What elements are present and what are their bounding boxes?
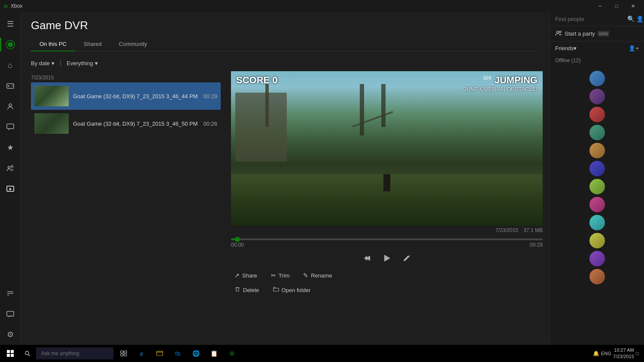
start-party-button[interactable]: Start a party beta: [550, 26, 644, 42]
clip-item[interactable]: Goat Game (32-bit, DX9) 7_23_2015 3_46_4…: [31, 82, 221, 110]
edge-icon[interactable]: e: [133, 345, 150, 362]
friend-avatar[interactable]: [589, 197, 605, 212]
video-jumping-text: JUMPING: [464, 75, 538, 86]
taskbar-clock: 10:27 AM 7/23/2015: [613, 347, 634, 360]
friend-avatar[interactable]: [589, 251, 605, 266]
share-icon: ↗: [234, 272, 240, 279]
friend-avatar[interactable]: [589, 161, 605, 176]
start-button[interactable]: [2, 345, 19, 362]
video-size: 37.1 MB: [523, 227, 543, 233]
beta-badge: beta: [598, 31, 609, 36]
friend-avatar[interactable]: [589, 107, 605, 122]
add-friend-icon[interactable]: 👤: [636, 15, 644, 22]
taskbar-icons: e 🛍 🌐 📋 ⊕: [115, 345, 240, 362]
sidebar-settings-icon[interactable]: ⚙: [0, 324, 21, 345]
trim-icon: ✂: [271, 272, 276, 279]
xbox-taskbar-icon[interactable]: ⊕: [223, 345, 240, 362]
progress-bar-container: 00:00 00:29: [231, 235, 543, 250]
notification-action-center[interactable]: □: [636, 350, 639, 356]
friend-avatar[interactable]: [589, 179, 605, 194]
sidebar-activity-icon[interactable]: [0, 283, 21, 304]
rename-button[interactable]: ✎ Rename: [300, 270, 335, 281]
add-friend-btn[interactable]: 👤+: [629, 45, 639, 51]
svg-point-3: [12, 86, 12, 87]
taskbar-right: 🔔 ENG 10:27 AM 7/23/2015 □: [593, 347, 642, 360]
friends-chevron[interactable]: ▾: [574, 45, 577, 51]
friend-avatar[interactable]: [589, 215, 605, 230]
rewind-button[interactable]: [363, 254, 371, 262]
sidebar-home-icon[interactable]: ⌂: [0, 55, 21, 75]
progress-track[interactable]: [231, 238, 543, 240]
folder-icon: [273, 287, 279, 294]
by-date-filter[interactable]: By date ▾: [31, 60, 55, 66]
friend-avatar[interactable]: [589, 125, 605, 140]
clip-name: Goat Game (32-bit, DX9) 7_23_2015 3_46_5…: [73, 121, 199, 127]
clip-name: Goat Game (32-bit, DX9) 7_23_2015 3_46_4…: [73, 93, 199, 100]
time-current: 00:00: [231, 242, 244, 248]
sidebar-dvr-icon[interactable]: [0, 178, 21, 199]
share-button[interactable]: ↗ Share: [231, 270, 261, 281]
sidebar-games-icon[interactable]: [0, 75, 21, 96]
progress-thumb[interactable]: [235, 237, 240, 242]
video-hud-right: JUMPING JUMP OVER AN OBSTACLE!: [464, 75, 538, 92]
friend-avatar[interactable]: [589, 143, 605, 158]
tab-community[interactable]: Community: [110, 37, 156, 51]
svg-point-17: [559, 31, 561, 33]
video-subtitle: JUMP OVER AN OBSTACLE!: [464, 86, 538, 92]
task-view-icon[interactable]: [115, 345, 132, 362]
edit-button[interactable]: [402, 254, 411, 262]
window-title: Xbox: [11, 3, 22, 9]
video-controls: [231, 250, 543, 267]
play-button[interactable]: [382, 253, 392, 263]
taskbar: e 🛍 🌐 📋 ⊕ 🔔 ENG 10:27 AM 7/23/2015 □: [0, 345, 644, 362]
minimize-button[interactable]: ─: [592, 0, 608, 12]
svg-rect-18: [7, 350, 10, 353]
delete-button[interactable]: Delete: [231, 285, 263, 296]
clip-item[interactable]: Goat Game (32-bit, DX9) 7_23_2015 3_46_5…: [31, 110, 221, 137]
svg-rect-19: [11, 350, 14, 353]
sidebar-message-icon[interactable]: [0, 304, 21, 324]
taskbar-notification-icon[interactable]: 🔔: [593, 350, 599, 356]
friend-avatar[interactable]: [589, 269, 605, 284]
store-icon[interactable]: 🛍: [169, 345, 186, 362]
friend-avatar[interactable]: [589, 89, 605, 104]
svg-point-4: [12, 85, 13, 86]
sidebar-menu-icon[interactable]: ☰: [0, 14, 21, 34]
teams-icon[interactable]: 📋: [205, 345, 222, 362]
svg-point-9: [8, 166, 10, 169]
friend-avatar[interactable]: [589, 233, 605, 248]
svg-point-7: [9, 104, 12, 106]
clip-thumbnail: [34, 86, 69, 106]
taskbar-language: ENG: [601, 351, 611, 356]
clip-duration: 00:26: [203, 121, 217, 127]
sidebar-achievements-icon[interactable]: ★: [0, 137, 21, 158]
video-score-display: SCORE 0: [236, 75, 278, 86]
sidebar: ☰ ⌂: [0, 12, 21, 345]
sidebar-party-icon[interactable]: [0, 158, 21, 178]
close-button[interactable]: ✕: [625, 0, 641, 12]
tab-on-this-pc[interactable]: On this PC: [31, 37, 75, 51]
time-total: 00:29: [530, 242, 543, 248]
friends-list: [550, 66, 644, 345]
sidebar-social-icon[interactable]: [0, 96, 21, 117]
tab-shared[interactable]: Shared: [75, 37, 110, 51]
taskbar-search-input[interactable]: [36, 347, 113, 359]
chrome-icon[interactable]: 🌐: [187, 345, 204, 362]
preview-panel: SCORE 0 JUMPING JUMP OVER AN OBSTACLE! 0…: [231, 71, 550, 345]
open-folder-button[interactable]: Open folder: [270, 285, 314, 296]
filters-row: By date ▾ | Everything ▾: [21, 55, 550, 71]
sidebar-chat-icon[interactable]: [0, 117, 21, 137]
page-title: Game DVR: [31, 19, 539, 32]
explorer-icon[interactable]: [151, 345, 168, 362]
find-people-input[interactable]: [555, 16, 627, 22]
svg-point-22: [25, 351, 29, 355]
friend-avatar[interactable]: [589, 71, 605, 86]
trim-button[interactable]: ✂ Trim: [267, 270, 293, 281]
everything-filter[interactable]: Everything ▾: [67, 60, 97, 66]
svg-rect-20: [7, 354, 10, 357]
sidebar-xbox-icon[interactable]: [0, 34, 21, 55]
svg-point-16: [557, 31, 559, 33]
action-buttons: ↗ Share ✂ Trim ✎ Rename: [231, 267, 543, 284]
date-group-header: 7/23/2015: [31, 71, 221, 82]
maximize-button[interactable]: □: [609, 0, 624, 12]
